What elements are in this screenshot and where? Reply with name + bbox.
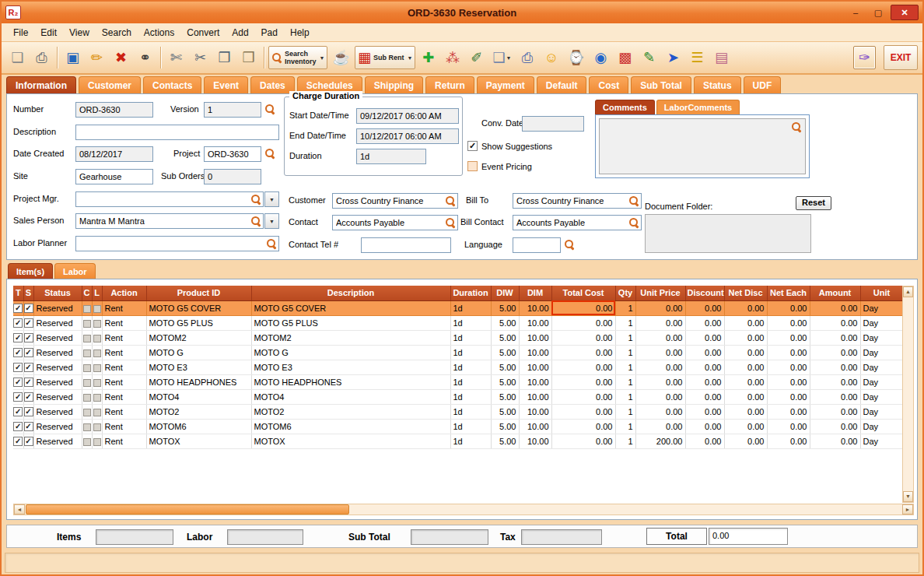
cell-t[interactable]: ✓	[13, 404, 23, 419]
cell-net_disc[interactable]: 0.00	[724, 374, 767, 389]
table-row[interactable]: ✓✓ReservedRentMOTO GMOTO G1d5.0010.000.0…	[13, 345, 903, 360]
cell-total_cost[interactable]: 0.00	[551, 419, 615, 434]
sales-person-dropdown[interactable]: ▼	[264, 213, 279, 229]
tab-cost[interactable]: Cost	[589, 76, 628, 93]
cell-dim[interactable]: 10.00	[519, 404, 551, 419]
cell-c[interactable]	[82, 389, 92, 404]
cell-c[interactable]	[82, 315, 92, 330]
cell-t[interactable]: ✓	[13, 434, 23, 448]
cell-unit_price[interactable]: 200.00	[635, 434, 685, 448]
add-icon[interactable]: ✚	[417, 46, 439, 69]
cell-c[interactable]	[82, 360, 92, 374]
cell-action[interactable]: Rent	[102, 300, 146, 315]
cell-amount[interactable]: 0.00	[810, 330, 860, 345]
cell-s[interactable]: ✓	[23, 345, 33, 360]
save-icon[interactable]: ▣	[61, 46, 84, 69]
number-field[interactable]: ORD-3630	[75, 102, 153, 118]
scroll-left-arrow[interactable]: ◄	[14, 504, 25, 515]
cell-s[interactable]: ✓	[23, 360, 33, 374]
row-checkbox[interactable]: ✓	[13, 437, 23, 446]
cell-dim[interactable]: 10.00	[519, 419, 551, 434]
tab-sub-total[interactable]: Sub Total	[631, 76, 691, 93]
cell-net_each[interactable]: 0.00	[767, 404, 810, 419]
cell-c[interactable]	[82, 434, 92, 448]
sales-person-field[interactable]: Mantra M Mantra	[75, 213, 264, 229]
cell-total_cost[interactable]: 0.00	[551, 389, 615, 404]
cut-icon[interactable]: ✂	[189, 46, 212, 69]
cell-qty[interactable]: 1	[615, 360, 635, 374]
cell-unit[interactable]: Day	[860, 345, 903, 360]
tab-return[interactable]: Return	[425, 76, 474, 93]
cell-amount[interactable]: 0.00	[810, 315, 860, 330]
cell-discount[interactable]: 0.00	[685, 374, 724, 389]
print-preview-icon[interactable]: ⎙	[516, 46, 538, 69]
scrollbar-thumb[interactable]	[26, 504, 349, 515]
column-header-discount[interactable]: Discount	[685, 286, 724, 300]
cell-duration[interactable]: 1d	[450, 374, 491, 389]
cell-net_each[interactable]: 0.00	[767, 300, 810, 315]
column-header-status[interactable]: Status	[33, 286, 82, 300]
show-suggestions-checkbox[interactable]: ✓	[467, 141, 478, 151]
cell-c[interactable]	[82, 300, 92, 315]
cell-action[interactable]: Rent	[102, 315, 146, 330]
cell-product_id[interactable]: MOTOX	[146, 434, 251, 448]
row-checkbox[interactable]: ✓	[24, 348, 33, 357]
cell-t[interactable]: ✓	[13, 360, 23, 374]
cell-qty[interactable]: 1	[615, 300, 635, 315]
cell-t[interactable]: ✓	[13, 345, 23, 360]
cell-action[interactable]: Rent	[102, 389, 146, 404]
column-header-product_id[interactable]: Product ID	[146, 286, 251, 300]
search-icon[interactable]	[250, 216, 261, 227]
cell-diw[interactable]: 5.00	[491, 315, 519, 330]
cell-s[interactable]: ✓	[23, 389, 33, 404]
cell-net_each[interactable]: 0.00	[767, 419, 810, 434]
cell-total_cost[interactable]: 0.00	[551, 315, 615, 330]
menu-search[interactable]: Search	[96, 25, 137, 40]
cell-net_disc[interactable]: 0.00	[724, 389, 767, 404]
search-icon[interactable]	[564, 239, 575, 250]
row-checkbox[interactable]: ✓	[13, 304, 23, 313]
start-datetime-field[interactable]: 09/12/2017 06:00 AM	[356, 108, 459, 124]
column-header-qty[interactable]: Qty	[615, 286, 635, 300]
cell-product_id[interactable]: MOTO2	[146, 404, 251, 419]
cell-amount[interactable]: 0.00	[810, 345, 860, 360]
horizontal-scrollbar[interactable]: ◄ ►	[13, 504, 914, 515]
column-header-description[interactable]: Description	[251, 286, 450, 300]
note-edit-icon[interactable]: ✐	[465, 46, 488, 69]
column-header-duration[interactable]: Duration	[450, 286, 491, 300]
packages-icon[interactable]: ▤	[710, 46, 733, 69]
cell-total_cost[interactable]: 0.00	[551, 300, 615, 315]
cell-product_id[interactable]: MOTO G5 COVER	[146, 300, 251, 315]
tab-dates[interactable]: Dates	[250, 76, 295, 93]
sub-orders-field[interactable]: 0	[204, 169, 261, 184]
table-row[interactable]: ✓✓ReservedRentMOTO G5 COVERMOTO G5 COVER…	[13, 300, 903, 315]
cell-s[interactable]: ✓	[23, 419, 33, 434]
cell-unit_price[interactable]: 0.00	[635, 404, 685, 419]
clock-icon[interactable]: ⌚	[564, 46, 587, 69]
cell-action[interactable]: Rent	[102, 434, 146, 448]
column-header-c[interactable]: C	[82, 286, 92, 300]
cell-unit[interactable]: Day	[860, 404, 903, 419]
menu-add[interactable]: Add	[226, 25, 254, 40]
cell-unit[interactable]: Day	[860, 434, 903, 448]
print-icon[interactable]: ⎙	[30, 46, 53, 69]
cell-action[interactable]: Rent	[102, 374, 146, 389]
column-header-unit[interactable]: Unit	[860, 286, 903, 300]
cards-icon-dropdown-arrow[interactable]: ▼	[506, 55, 512, 61]
maximize-button[interactable]: ▢	[868, 5, 888, 19]
tab-default[interactable]: Default	[537, 76, 587, 93]
cell-l[interactable]	[92, 300, 102, 315]
cell-discount[interactable]: 0.00	[685, 330, 724, 345]
cut-sheet-icon[interactable]: ✄	[165, 46, 187, 69]
table-row[interactable]: ✓✓ReservedRentMOTOXMOTOX1d5.0010.000.001…	[13, 434, 903, 448]
labor-planner-field[interactable]	[75, 236, 279, 251]
table-row[interactable]: ✓✓ReservedRentMOTOM2MOTOM21d5.0010.000.0…	[13, 330, 903, 345]
search-icon[interactable]	[791, 121, 802, 132]
column-header-total_cost[interactable]: Total Cost	[551, 286, 615, 300]
site-field[interactable]: Gearhouse	[75, 169, 153, 184]
cell-t[interactable]: ✓	[13, 315, 23, 330]
tab-labor[interactable]: Labor	[54, 263, 96, 279]
search-icon[interactable]	[266, 238, 277, 249]
cell-discount[interactable]: 0.00	[685, 389, 724, 404]
search-icon[interactable]	[445, 217, 456, 228]
